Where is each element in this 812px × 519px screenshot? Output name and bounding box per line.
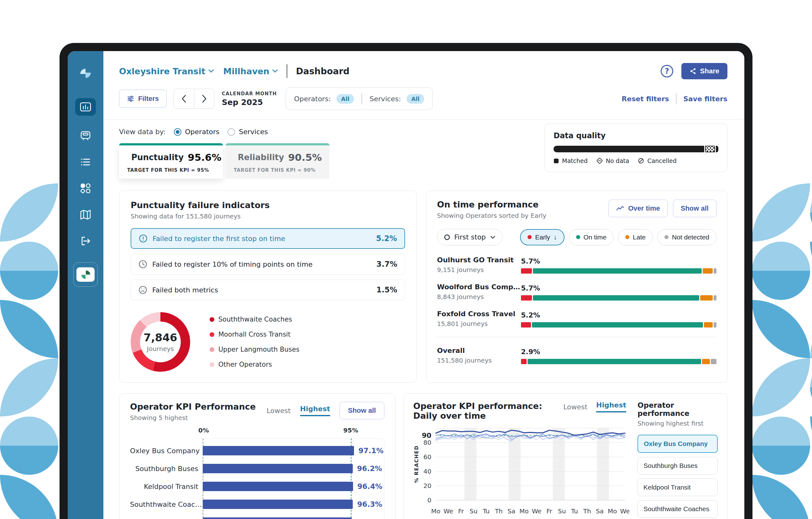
kpi-bar-track: 96.3% bbox=[203, 499, 384, 509]
svg-text:Th: Th bbox=[495, 508, 503, 515]
calendar-month: CALENDAR MONTH Sep 2025 bbox=[222, 91, 277, 107]
panel-title: Operator performance bbox=[638, 401, 718, 417]
petal-shape bbox=[0, 183, 58, 242]
stacked-bar bbox=[521, 322, 717, 328]
previous-month-button[interactable] bbox=[174, 89, 194, 108]
operator-button[interactable]: Oxley Bus Company bbox=[638, 435, 718, 453]
tab-value: 95.6% bbox=[187, 152, 222, 163]
failure-row[interactable]: Failed both metrics1.5% bbox=[130, 279, 405, 300]
petal-shape bbox=[752, 242, 810, 300]
kpi-bar-label: Southburgh Buses bbox=[130, 465, 203, 473]
nodata-swatch-icon bbox=[597, 158, 603, 164]
bar-segment-not-detected bbox=[714, 322, 717, 328]
region-selector[interactable]: Millhaven bbox=[223, 66, 278, 76]
data-quality-title: Data quality bbox=[554, 131, 718, 140]
operator-button[interactable]: Southburgh Buses bbox=[638, 457, 718, 474]
active-filters-summary[interactable]: Operators: All Services: All bbox=[286, 87, 433, 110]
links-divider bbox=[676, 93, 677, 104]
petal-shape bbox=[810, 242, 812, 300]
operator-name: Oulhurst GO Transit bbox=[437, 256, 521, 264]
app-logo-icon bbox=[78, 67, 93, 82]
radio-services-label: Services bbox=[239, 128, 268, 136]
kpi-bar-row: Eastbrook Bus Co…95.7% bbox=[130, 517, 384, 519]
journey-count: 151,580 journeys bbox=[437, 357, 521, 364]
tab-reliability[interactable]: Reliability 90.5% TARGET FOR THIS KPI = … bbox=[226, 143, 329, 179]
bar-segment-on-time bbox=[533, 268, 702, 274]
ontime-row: Foxfold Cross Travel15,801 journeys5.2% bbox=[437, 310, 717, 328]
status-pill-late[interactable]: Late bbox=[618, 229, 653, 245]
services-filter-badge: All bbox=[407, 94, 424, 104]
status-pill-on-time[interactable]: On time bbox=[569, 229, 614, 245]
bar-segment-early bbox=[521, 359, 527, 364]
kpi-bar-rows: Oxley Bus Company97.1%Southburgh Buses96… bbox=[130, 446, 384, 519]
svg-text:Th: Th bbox=[583, 508, 591, 515]
data-quality-matched-segment bbox=[554, 146, 704, 152]
org-selector[interactable]: Oxleyshire Transit bbox=[119, 66, 214, 76]
stacked-bar bbox=[521, 359, 717, 364]
legend-dot-icon bbox=[210, 317, 214, 322]
decorative-pattern-left bbox=[0, 183, 59, 519]
failure-row[interactable]: Failed to register 10% of timing points … bbox=[130, 254, 405, 275]
tab-punctuality[interactable]: Punctuality 95.6% TARGET FOR THIS KPI = … bbox=[119, 143, 223, 179]
radio-services[interactable]: Services bbox=[227, 128, 268, 136]
bar-segment-on-time bbox=[533, 295, 699, 301]
help-button[interactable]: ? bbox=[661, 65, 673, 77]
operator-button[interactable]: Keldpool Transit bbox=[638, 479, 718, 496]
petal-shape bbox=[0, 300, 58, 358]
sidebar-item-logout[interactable] bbox=[79, 235, 92, 247]
operator-button[interactable]: Souththwaite Coaches bbox=[638, 500, 718, 518]
lowest-toggle[interactable]: Lowest bbox=[267, 407, 291, 415]
petal-shape bbox=[752, 475, 810, 519]
sidebar-item-list[interactable] bbox=[79, 156, 92, 168]
data-quality-card: Data quality Matched bbox=[545, 124, 727, 172]
sidebar-item-partner-app[interactable] bbox=[73, 262, 98, 287]
over-time-button[interactable]: Over time bbox=[608, 200, 668, 217]
reset-filters-link[interactable]: Reset filters bbox=[621, 95, 669, 103]
svg-text:We: We bbox=[443, 508, 453, 515]
tab-target: TARGET FOR THIS KPI = 90% bbox=[234, 167, 321, 173]
sidebar-item-analytics[interactable] bbox=[75, 98, 96, 116]
kpi-bar-value: 96.2% bbox=[357, 464, 382, 473]
failure-row-label: Failed to register the first stop on tim… bbox=[152, 235, 285, 243]
svg-text:We: We bbox=[532, 508, 542, 515]
sidebar-item-categories[interactable] bbox=[79, 182, 92, 195]
status-pill-not-detected[interactable]: Not detected bbox=[657, 229, 717, 245]
status-pill-early[interactable]: Early↓ bbox=[520, 229, 564, 245]
screen: Oxleyshire Transit Millhaven Dashboard ? bbox=[68, 51, 744, 519]
ontime-show-all-button[interactable]: Show all bbox=[673, 200, 717, 217]
failure-row[interactable]: Failed to register the first stop on tim… bbox=[130, 228, 405, 249]
donut-legend-item: Upper Langmouth Buses bbox=[210, 346, 299, 353]
radio-operators[interactable]: Operators bbox=[174, 128, 220, 136]
filters-button[interactable]: Filters bbox=[119, 90, 167, 108]
first-stop-dropdown[interactable]: First stop bbox=[437, 229, 502, 245]
save-filters-link[interactable]: Save filters bbox=[683, 95, 727, 103]
bar-segment-early bbox=[521, 322, 531, 328]
early-percentage: 2.9% bbox=[521, 348, 717, 356]
share-button[interactable]: Share bbox=[682, 63, 727, 79]
ontime-row-meta: Oulhurst GO Transit9,151 journeys bbox=[437, 256, 521, 274]
highest-toggle[interactable]: Highest bbox=[300, 405, 330, 416]
line-chart-icon bbox=[616, 206, 625, 211]
next-month-button[interactable] bbox=[194, 89, 214, 108]
petal-shape bbox=[752, 358, 810, 416]
svg-text:% REACHED: % REACHED bbox=[413, 445, 419, 483]
radio-operators-label: Operators bbox=[185, 128, 220, 136]
kpi-show-all-button[interactable]: Show all bbox=[340, 402, 384, 419]
sidebar-item-vehicles[interactable] bbox=[79, 130, 92, 142]
donut-center-value: 7,846 bbox=[143, 331, 177, 344]
axis-label-0: 0% bbox=[198, 427, 209, 434]
status-dot-icon bbox=[664, 235, 669, 239]
matched-swatch-icon bbox=[554, 158, 559, 164]
donut-legend-item: Moorhall Cross Transit bbox=[210, 331, 299, 338]
clock-icon bbox=[139, 260, 147, 269]
daily-lowest-toggle[interactable]: Lowest bbox=[563, 403, 587, 411]
sidebar-item-map[interactable] bbox=[79, 209, 92, 221]
services-filter-label: Services: bbox=[370, 95, 401, 103]
daily-highest-toggle[interactable]: Highest bbox=[596, 401, 626, 412]
calendar-month-value: Sep 2025 bbox=[222, 98, 277, 107]
journey-count: 8,843 journeys bbox=[437, 293, 521, 301]
daily-card-title: Operator KPI performance: Daily over tim… bbox=[413, 401, 563, 420]
panel-subtitle: Showing highest first bbox=[638, 420, 718, 427]
kpi-bar-value: 96.4% bbox=[357, 482, 382, 491]
bar-segment-early bbox=[521, 268, 532, 274]
